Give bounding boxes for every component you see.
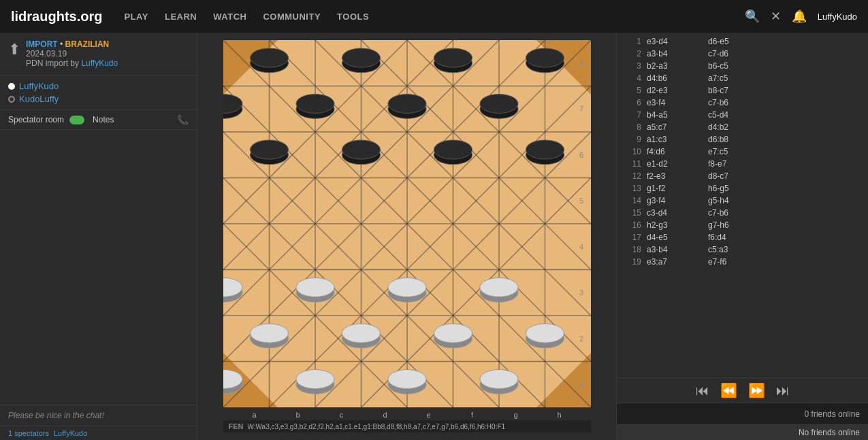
spectator-bar: Spectator room Notes 📞 bbox=[0, 110, 197, 130]
move-black[interactable]: d6:b8 bbox=[708, 135, 769, 144]
table-row: 1 e3-d4 d6-e5 bbox=[617, 35, 868, 48]
import-label[interactable]: IMPORT bbox=[26, 39, 58, 49]
move-white[interactable]: f4:d6 bbox=[647, 147, 708, 156]
close-icon[interactable]: ✕ bbox=[771, 9, 781, 24]
move-black[interactable]: c5-d4 bbox=[708, 110, 769, 120]
username[interactable]: LuffyKudo bbox=[818, 12, 857, 22]
move-black[interactable]: a7:c5 bbox=[708, 73, 769, 83]
move-black[interactable]: d6-e5 bbox=[708, 37, 769, 46]
player2-name[interactable]: KudoLuffy bbox=[19, 94, 59, 104]
move-white[interactable]: a3-b4 bbox=[647, 245, 708, 254]
move-white[interactable]: e3-d4 bbox=[647, 37, 708, 46]
col-label-g: g bbox=[494, 411, 538, 419]
svg-text:4: 4 bbox=[579, 243, 583, 251]
move-white[interactable]: a3-b4 bbox=[647, 49, 708, 58]
move-white[interactable]: b4-a5 bbox=[647, 110, 708, 120]
prev-button[interactable]: ⏪ bbox=[720, 382, 737, 399]
move-white[interactable]: d2-e3 bbox=[647, 86, 708, 95]
table-row: 5 d2-e3 b8-c7 bbox=[617, 84, 868, 97]
bell-icon[interactable]: 🔔 bbox=[792, 9, 807, 24]
move-white[interactable]: e3-f4 bbox=[647, 98, 708, 107]
move-number: 2 bbox=[622, 49, 641, 58]
import-by: PDN import by LuffyKudo bbox=[26, 58, 118, 68]
svg-point-77 bbox=[250, 324, 288, 343]
move-black[interactable]: e7-f6 bbox=[708, 257, 769, 267]
move-black[interactable]: c7-d6 bbox=[708, 49, 769, 58]
move-white[interactable]: h2-g3 bbox=[647, 220, 708, 230]
move-black[interactable]: g5-h4 bbox=[708, 196, 769, 205]
move-white[interactable]: a1:c3 bbox=[647, 135, 708, 144]
move-white[interactable]: d4:b6 bbox=[647, 73, 708, 83]
move-number: 8 bbox=[622, 122, 641, 132]
move-black[interactable]: d8-c7 bbox=[708, 171, 769, 181]
svg-text:1: 1 bbox=[579, 380, 583, 388]
col-label-h: h bbox=[538, 411, 581, 419]
move-black[interactable]: h6-g5 bbox=[708, 184, 769, 193]
move-black[interactable]: c7-b6 bbox=[708, 208, 769, 218]
site-logo[interactable]: lidraughts.org bbox=[11, 9, 102, 24]
skip-end-button[interactable]: ⏭ bbox=[776, 383, 790, 399]
svg-text:2: 2 bbox=[579, 335, 583, 343]
notes-tab[interactable]: Notes bbox=[93, 115, 114, 124]
move-number: 11 bbox=[622, 159, 641, 169]
move-number: 6 bbox=[622, 98, 641, 107]
import-by-user[interactable]: LuffyKudo bbox=[81, 58, 118, 68]
move-white[interactable]: b2-a3 bbox=[647, 61, 708, 71]
move-black[interactable]: d4:b2 bbox=[708, 122, 769, 132]
import-by-label: PDN import by bbox=[26, 58, 79, 68]
chat-area bbox=[0, 130, 197, 405]
phone-icon[interactable]: 📞 bbox=[177, 114, 189, 125]
move-black[interactable]: g7-h6 bbox=[708, 220, 769, 230]
nav-watch[interactable]: WATCH bbox=[213, 9, 246, 24]
move-black[interactable]: c5:a3 bbox=[708, 245, 769, 254]
nav-play[interactable]: PLAY bbox=[124, 9, 148, 24]
nav-tools[interactable]: TOOLS bbox=[337, 9, 369, 24]
col-labels: a b c d e f g h bbox=[230, 411, 584, 419]
table-row: 3 b2-a3 b6-c5 bbox=[617, 60, 868, 72]
game-board[interactable]: 8 7 6 5 4 3 2 1 bbox=[223, 40, 591, 407]
import-sep: • bbox=[60, 39, 63, 49]
next-button[interactable]: ⏩ bbox=[748, 382, 765, 399]
move-white[interactable]: e3:a7 bbox=[647, 257, 708, 267]
move-white[interactable]: c3-d4 bbox=[647, 208, 708, 218]
table-row: 6 e3-f4 c7-b6 bbox=[617, 97, 868, 109]
spectators-user[interactable]: LuffyKudo bbox=[54, 429, 87, 437]
move-black[interactable]: c7-b6 bbox=[708, 98, 769, 107]
svg-point-89 bbox=[388, 370, 426, 389]
svg-point-57 bbox=[388, 95, 426, 114]
nav-community[interactable]: COMMUNITY bbox=[263, 9, 321, 24]
svg-point-71 bbox=[296, 278, 334, 297]
nav-learn[interactable]: LEARN bbox=[165, 9, 197, 24]
upload-icon: ⬆ bbox=[8, 41, 20, 58]
search-icon[interactable]: 🔍 bbox=[745, 9, 760, 24]
move-white[interactable]: f2-e3 bbox=[647, 171, 708, 181]
move-white[interactable]: a5:c7 bbox=[647, 122, 708, 132]
controls-bar: ⏮ ⏪ ⏩ ⏭ bbox=[617, 377, 868, 403]
move-number: 3 bbox=[622, 61, 641, 71]
spectator-toggle[interactable] bbox=[69, 116, 84, 124]
table-row: 9 a1:c3 d6:b8 bbox=[617, 133, 868, 146]
import-variant[interactable]: BRAZILIAN bbox=[65, 39, 110, 49]
move-number: 5 bbox=[622, 86, 641, 95]
move-white[interactable]: g1-f2 bbox=[647, 184, 708, 193]
move-black[interactable]: f8-e7 bbox=[708, 159, 769, 169]
fen-bar: FEN W:Wa3,c3,e3,g3,b2,d2,f2,h2,a1,c1,e1,… bbox=[223, 420, 591, 433]
svg-text:8: 8 bbox=[579, 59, 583, 67]
move-black[interactable]: b6-c5 bbox=[708, 61, 769, 71]
move-white[interactable]: g3-f4 bbox=[647, 196, 708, 205]
table-row: 4 d4:b6 a7:c5 bbox=[617, 72, 868, 84]
move-black[interactable]: b8-c7 bbox=[708, 86, 769, 95]
player1-name[interactable]: LuffyKudo bbox=[19, 81, 59, 91]
spectators-line: 1 spectators LuffyKudo bbox=[0, 426, 197, 440]
skip-start-button[interactable]: ⏮ bbox=[696, 383, 709, 399]
svg-point-83 bbox=[526, 324, 564, 343]
move-white[interactable]: d4-e5 bbox=[647, 233, 708, 242]
col-label-f: f bbox=[451, 411, 494, 419]
move-black[interactable]: e7:c5 bbox=[708, 147, 769, 156]
move-black[interactable]: f6:d4 bbox=[708, 233, 769, 242]
col-label-b: b bbox=[276, 411, 320, 419]
sidebar: ⬆ IMPORT • BRAZILIAN 2024.03.19 PDN impo… bbox=[0, 33, 197, 440]
svg-point-61 bbox=[250, 140, 288, 159]
move-white[interactable]: e1-d2 bbox=[647, 159, 708, 169]
move-number: 7 bbox=[622, 110, 641, 120]
